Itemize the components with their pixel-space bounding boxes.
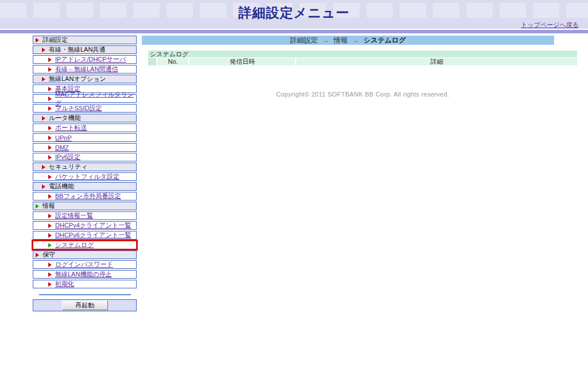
copyright-text: Copyright© 2011 SOFTBANK BB Corp. All ri… — [148, 91, 577, 98]
log-col-detail: 詳細 — [296, 58, 577, 65]
sidebar-menu: 詳細設定有線・無線LAN共通IPアドレス/DHCPサーバ有線⇔無線LAN間通信無… — [33, 36, 137, 288]
system-log-table: システムログ No. 発信日時 詳細 — [148, 51, 577, 65]
red-arrow-icon — [48, 87, 52, 91]
sidebar-item[interactable]: BBフォン市外局番設定 — [33, 192, 137, 200]
page-header: 詳細設定メニュー トップページへ戻る — [0, 0, 588, 29]
sidebar-item[interactable]: パケットフィルタ設定 — [33, 172, 137, 181]
red-arrow-icon — [48, 57, 52, 62]
sidebar-item[interactable]: IPアドレス/DHCPサーバ — [33, 55, 137, 64]
sidebar-item: ルータ機能 — [33, 114, 137, 122]
red-arrow-icon — [48, 67, 52, 72]
sidebar-item-label[interactable]: BBフォン市外局番設定 — [55, 192, 121, 200]
red-arrow-icon — [48, 223, 52, 228]
green-arrow-icon — [36, 204, 39, 209]
sidebar-item-label[interactable]: マルチSSID設定 — [55, 104, 102, 113]
sidebar-item-label[interactable]: 有線⇔無線LAN間通信 — [55, 65, 118, 74]
sidebar-item[interactable]: IPv6設定 — [33, 153, 137, 161]
red-arrow-icon — [48, 97, 52, 101]
sidebar-item[interactable]: 有線⇔無線LAN間通信 — [33, 65, 137, 74]
sidebar-item[interactable]: DMZ — [33, 143, 137, 152]
log-table-header-row: No. 発信日時 詳細 — [148, 58, 577, 65]
sidebar-item[interactable]: 無線LAN機能の停止 — [33, 270, 137, 279]
sidebar-item-label: セキュリティ — [49, 163, 88, 171]
red-arrow-icon — [48, 145, 52, 150]
sidebar-item-label: 電話機能 — [49, 182, 74, 191]
log-col-blank — [148, 58, 156, 65]
header-divider-bar — [0, 29, 588, 33]
breadcrumb-item: 情報 — [334, 36, 347, 45]
sidebar-item[interactable]: 設定情報一覧 — [33, 211, 137, 220]
red-arrow-icon — [48, 106, 52, 111]
breadcrumb-item: 詳細設定 — [290, 36, 318, 45]
sidebar: 詳細設定有線・無線LAN共通IPアドレス/DHCPサーバ有線⇔無線LAN間通信無… — [33, 36, 137, 311]
red-arrow-icon — [48, 155, 52, 160]
sidebar-item-label[interactable]: UPnP — [55, 134, 72, 141]
sidebar-item[interactable]: DHCPv4クライアント一覧 — [33, 221, 137, 230]
sidebar-item-label[interactable]: IPアドレス/DHCPサーバ — [55, 55, 126, 64]
reboot-button[interactable]: 再起動 — [62, 300, 108, 310]
sidebar-item: 情報 — [33, 202, 137, 210]
sidebar-item-label[interactable]: DHCPv6クライアント一覧 — [55, 231, 131, 240]
sidebar-item: 無線LANオプション — [33, 75, 137, 83]
sidebar-item-label[interactable]: DMZ — [55, 144, 69, 151]
sidebar-item-label: 保守 — [42, 250, 55, 259]
red-arrow-icon — [36, 38, 39, 43]
sidebar-item-label: 有線・無線LAN共通 — [49, 45, 105, 54]
log-col-no: No. — [157, 58, 188, 65]
sidebar-item-label[interactable]: IPv6設定 — [55, 153, 80, 161]
red-arrow-icon — [48, 263, 52, 267]
breadcrumb: 詳細設定→情報→システムログ — [142, 36, 554, 45]
red-arrow-icon — [42, 184, 45, 189]
sidebar-item: 詳細設定 — [33, 36, 137, 44]
sidebar-item[interactable]: ポート転送 — [33, 124, 137, 132]
red-arrow-icon — [48, 272, 52, 277]
sidebar-item[interactable]: システムログ — [33, 241, 137, 249]
sidebar-item[interactable]: 初期化 — [33, 280, 137, 288]
sidebar-item-label[interactable]: 無線LAN機能の停止 — [55, 270, 112, 279]
main-content: 詳細設定→情報→システムログ システムログ No. 発信日時 詳細 Copyri… — [137, 33, 588, 98]
sidebar-item[interactable]: UPnP — [33, 133, 137, 142]
sidebar-item-label[interactable]: DHCPv4クライアント一覧 — [55, 221, 131, 230]
green-arrow-icon — [48, 243, 52, 248]
red-arrow-icon — [42, 165, 45, 169]
red-arrow-icon — [48, 136, 52, 140]
red-arrow-icon — [48, 282, 52, 287]
red-arrow-icon — [42, 77, 45, 82]
sidebar-item-label[interactable]: 初期化 — [55, 280, 74, 288]
sidebar-item-label[interactable]: ログインパスワード — [55, 260, 113, 269]
breadcrumb-item: システムログ — [363, 36, 406, 45]
sidebar-item: 電話機能 — [33, 182, 137, 191]
log-table-title: システムログ — [148, 51, 577, 57]
sidebar-item-label: 無線LANオプション — [49, 75, 106, 83]
sidebar-item-label[interactable]: ポート転送 — [55, 124, 87, 132]
sidebar-item-label[interactable]: 設定情報一覧 — [55, 211, 93, 220]
sidebar-item[interactable]: MACアドレスフィルタリング — [33, 94, 137, 103]
back-to-top-link[interactable]: トップページへ戻る — [521, 21, 579, 29]
breadcrumb-separator: → — [352, 36, 359, 44]
sidebar-item: 保守 — [33, 250, 137, 259]
red-arrow-icon — [36, 253, 39, 257]
sidebar-item-label[interactable]: システムログ — [55, 241, 94, 249]
red-arrow-icon — [48, 126, 52, 130]
sidebar-item-label[interactable]: パケットフィルタ設定 — [55, 172, 119, 181]
red-arrow-icon — [48, 233, 52, 238]
log-col-date: 発信日時 — [189, 58, 295, 65]
sidebar-item-label: 情報 — [42, 202, 55, 210]
page-title: 詳細設定メニュー — [0, 0, 588, 22]
red-arrow-icon — [48, 175, 52, 179]
sidebar-item: セキュリティ — [33, 163, 137, 171]
red-arrow-icon — [48, 214, 52, 218]
sidebar-separator — [39, 294, 131, 295]
sidebar-item-label: 詳細設定 — [42, 36, 68, 44]
sidebar-item-label: ルータ機能 — [49, 114, 81, 122]
reboot-row: 再起動 — [33, 299, 137, 311]
sidebar-item: 有線・無線LAN共通 — [33, 45, 137, 54]
sidebar-item[interactable]: DHCPv6クライアント一覧 — [33, 231, 137, 240]
sidebar-item[interactable]: ログインパスワード — [33, 260, 137, 269]
red-arrow-icon — [48, 194, 52, 199]
breadcrumb-separator: → — [322, 36, 329, 44]
red-arrow-icon — [42, 48, 45, 52]
red-arrow-icon — [42, 116, 45, 121]
